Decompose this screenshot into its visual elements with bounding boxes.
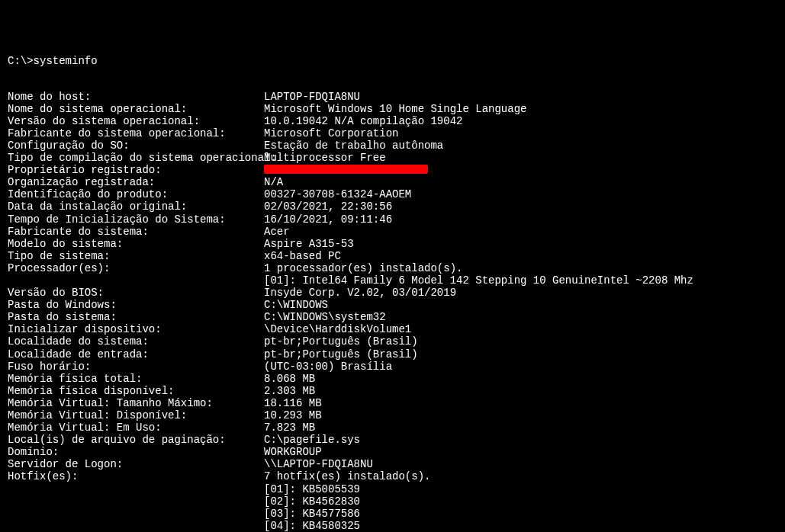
info-label: Hotfix(es): [8, 470, 264, 482]
info-value: Microsoft Windows 10 Home Single Languag… [264, 103, 777, 115]
info-label: Pasta do Windows: [8, 299, 264, 311]
info-label: Inicializar dispositivo: [8, 323, 264, 335]
info-label: Memória física disponível: [8, 385, 264, 397]
info-row: Proprietário registrado: [8, 164, 777, 176]
info-value: 10.0.19042 N/A compilação 19042 [264, 115, 777, 127]
info-label: Identificação do produto: [8, 188, 264, 200]
info-value-indented: [04]: KB4580325 [8, 520, 777, 532]
info-label: Versão do BIOS: [8, 287, 264, 299]
info-row: Versão do sistema operacional:10.0.19042… [8, 115, 777, 127]
info-value: N/A [264, 176, 777, 188]
info-label: Processador(es): [8, 262, 264, 274]
info-row: Domínio:WORKGROUP [8, 446, 777, 458]
info-value: Insyde Corp. V2.02, 03/01/2019 [264, 287, 777, 299]
info-value: 10.293 MB [264, 409, 777, 421]
command-prompt: C:\>systeminfo [8, 55, 777, 67]
info-value: 2.303 MB [264, 385, 777, 397]
info-row: Data da instalação original:02/03/2021, … [8, 200, 777, 213]
info-value: 1 processador(es) instalado(s). [264, 262, 777, 274]
info-label: Fabricante do sistema: [8, 226, 264, 238]
info-row: Nome do sistema operacional:Microsoft Wi… [8, 103, 777, 115]
info-label: Configuração do SO: [8, 139, 264, 152]
info-row: Localidade do sistema:pt-br;Português (B… [8, 335, 777, 348]
info-row: Local(is) de arquivo de paginação:C:\pag… [8, 434, 777, 446]
info-value-indented: [02]: KB4562830 [8, 495, 777, 508]
info-value: 16/10/2021, 09:11:46 [264, 213, 777, 226]
info-row: Fabricante do sistema operacional:Micros… [8, 127, 777, 139]
info-value-indented: [01]: KB5005539 [8, 483, 777, 495]
info-row: Fuso horário:(UTC-03:00) Brasília [8, 361, 777, 373]
info-row: Pasta do Windows:C:\WINDOWS [8, 299, 777, 311]
info-row: Servidor de Logon:\\LAPTOP-FDQIA8NU [8, 458, 777, 470]
info-row: Configuração do SO:Estação de trabalho a… [8, 139, 777, 152]
systeminfo-output: Nome do host:LAPTOP-FDQIA8NUNome do sist… [8, 91, 777, 532]
info-label: Nome do host: [8, 91, 264, 103]
info-label: Tipo de compilação do sistema operaciona… [8, 152, 264, 164]
info-row: Organização registrada:N/A [8, 176, 777, 188]
info-value: \Device\HarddiskVolume1 [264, 323, 777, 335]
info-value: 02/03/2021, 22:30:56 [264, 200, 777, 213]
info-row: Inicializar dispositivo:\Device\Harddisk… [8, 323, 777, 335]
info-row: Modelo do sistema:Aspire A315-53 [8, 238, 777, 250]
info-value: x64-based PC [264, 250, 777, 262]
info-row: Memória Virtual: Disponível:10.293 MB [8, 409, 777, 421]
info-value-indented: [01]: Intel64 Family 6 Model 142 Steppin… [8, 274, 777, 287]
info-label: Localidade de entrada: [8, 348, 264, 361]
info-label: Proprietário registrado: [8, 164, 264, 176]
info-label: Domínio: [8, 446, 264, 458]
info-value: \\LAPTOP-FDQIA8NU [264, 458, 777, 470]
info-row: Versão do BIOS:Insyde Corp. V2.02, 03/01… [8, 287, 777, 299]
info-row: Memória Virtual: Em Uso:7.823 MB [8, 421, 777, 434]
info-label: Memória Virtual: Tamanho Máximo: [8, 397, 264, 409]
info-label: Nome do sistema operacional: [8, 103, 264, 115]
info-row: Tipo de sistema:x64-based PC [8, 250, 777, 262]
info-label: Data da instalação original: [8, 200, 264, 213]
info-value: pt-br;Português (Brasil) [264, 335, 777, 348]
info-row: Memória Virtual: Tamanho Máximo:18.116 M… [8, 397, 777, 409]
info-label: Tipo de sistema: [8, 250, 264, 262]
info-value: Microsoft Corporation [264, 127, 777, 139]
info-value: 7 hotfix(es) instalado(s). [264, 470, 777, 482]
info-value: LAPTOP-FDQIA8NU [264, 91, 777, 103]
info-row: Processador(es):1 processador(es) instal… [8, 262, 777, 274]
info-value: 18.116 MB [264, 397, 777, 409]
info-label: Memória física total: [8, 373, 264, 385]
info-label: Servidor de Logon: [8, 458, 264, 470]
info-label: Memória Virtual: Disponível: [8, 409, 264, 421]
info-label: Tempo de Inicialização do Sistema: [8, 213, 264, 226]
info-label: Modelo do sistema: [8, 238, 264, 250]
info-label: Localidade do sistema: [8, 335, 264, 348]
info-value: Multiprocessor Free [264, 152, 777, 164]
info-value: C:\WINDOWS\system32 [264, 311, 777, 323]
info-label: Fuso horário: [8, 361, 264, 373]
info-label: Pasta do sistema: [8, 311, 264, 323]
info-value: 00327-30708-61324-AAOEM [264, 188, 777, 200]
info-row: Localidade de entrada:pt-br;Português (B… [8, 348, 777, 361]
info-label: Organização registrada: [8, 176, 264, 188]
info-value-indented: [03]: KB4577586 [8, 508, 777, 520]
info-row: Identificação do produto:00327-30708-613… [8, 188, 777, 200]
info-row: Tempo de Inicialização do Sistema:16/10/… [8, 213, 777, 226]
info-value: 8.068 MB [264, 373, 777, 385]
info-row: Nome do host:LAPTOP-FDQIA8NU [8, 91, 777, 103]
info-value: Estação de trabalho autônoma [264, 139, 777, 152]
info-row: Memória física disponível:2.303 MB [8, 385, 777, 397]
info-value: WORKGROUP [264, 446, 777, 458]
info-row: Memória física total:8.068 MB [8, 373, 777, 385]
info-value: C:\pagefile.sys [264, 434, 777, 446]
redacted-value [264, 164, 777, 176]
info-value: Aspire A315-53 [264, 238, 777, 250]
info-value: C:\WINDOWS [264, 299, 777, 311]
info-label: Local(is) de arquivo de paginação: [8, 434, 264, 446]
info-row: Hotfix(es):7 hotfix(es) instalado(s). [8, 470, 777, 482]
info-label: Memória Virtual: Em Uso: [8, 421, 264, 434]
info-value: 7.823 MB [264, 421, 777, 434]
info-value: (UTC-03:00) Brasília [264, 361, 777, 373]
info-row: Pasta do sistema:C:\WINDOWS\system32 [8, 311, 777, 323]
info-row: Fabricante do sistema:Acer [8, 226, 777, 238]
info-value: Acer [264, 226, 777, 238]
info-row: Tipo de compilação do sistema operaciona… [8, 152, 777, 164]
info-value: pt-br;Português (Brasil) [264, 348, 777, 361]
info-label: Versão do sistema operacional: [8, 115, 264, 127]
info-label: Fabricante do sistema operacional: [8, 127, 264, 139]
